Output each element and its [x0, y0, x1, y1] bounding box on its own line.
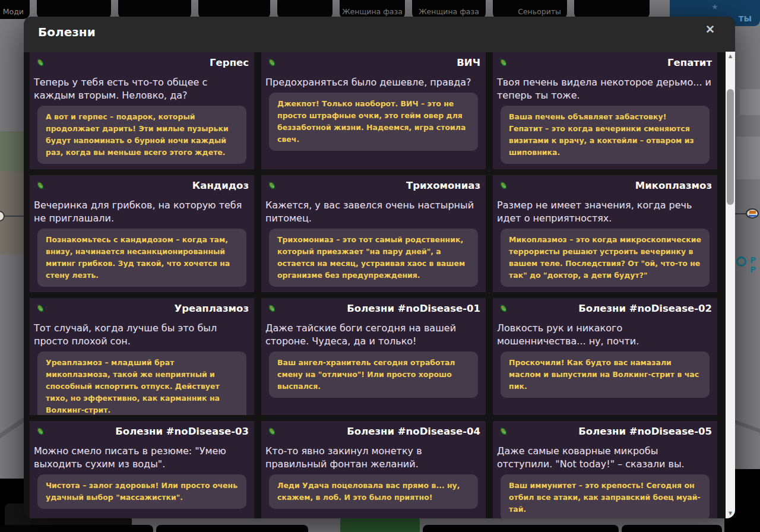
disease-title: Уреаплазмоз: [45, 303, 250, 314]
disease-quote: Уреаплазмоз – младший брат микоплазмоза,…: [37, 352, 246, 415]
disease-description: Теперь у тебя есть что-то общее с каждым…: [34, 76, 250, 102]
disease-card-herpes: Герпес Теперь у тебя есть что-то общее с…: [30, 52, 254, 169]
microbe-icon: [36, 426, 45, 436]
disease-quote: Ваш иммунитет – это крепость! Сегодня он…: [501, 474, 710, 518]
background-bottom-tab[interactable]: [156, 525, 308, 532]
disease-quote: Проскочили! Как будто вас намазали масло…: [501, 352, 710, 398]
diseases-modal: Болезни ✕ Герпес Теперь у тебя есть что-…: [24, 17, 735, 518]
background-tab[interactable]: Моди: [0, 0, 30, 19]
background-tab-label: Женщина фаза: [342, 7, 403, 16]
map-building: [736, 137, 760, 179]
disease-description: Твоя печень видела некоторое дерьмо... и…: [497, 76, 713, 102]
disease-description: Кто-то явно закинул монетку в правильный…: [265, 445, 482, 471]
brand-logo-icon: [736, 256, 746, 267]
disease-description: Тот случай, когда лучше бы это был прост…: [34, 322, 250, 348]
disease-title: ВИЧ: [277, 57, 482, 68]
map-park: [0, 131, 26, 172]
background-tab-label: Женщина фаза: [419, 7, 479, 16]
microbe-icon: [499, 303, 508, 314]
disease-card-candidiasis: Кандидоз Вечеринка для грибков, на котор…: [30, 175, 254, 292]
disease-quote: Леди Удача поцеловала вас прямо в... ну,…: [269, 474, 478, 509]
background-bottom-tab[interactable]: [0, 525, 153, 532]
disease-title: Болезни #noDisease-04: [277, 426, 482, 437]
microbe-icon: [499, 57, 508, 68]
microbe-icon: [499, 180, 508, 191]
disease-card-hepatitis: Гепатит Твоя печень видела некоторое дер…: [493, 52, 717, 169]
disease-quote: Джекпот! Только наоборот. ВИЧ – это не п…: [269, 93, 478, 151]
disease-description: Размер не имеет значения, когда речь иде…: [497, 199, 713, 225]
disease-title: Болезни #noDisease-03: [45, 426, 250, 437]
disease-card-ureaplasmosis: Уреаплазмоз Тот случай, когда лучше бы э…: [30, 298, 254, 415]
disease-description: Даже тайские боги сегодня на вашей сторо…: [265, 322, 482, 348]
scrollbar-thumb[interactable]: [727, 89, 734, 205]
disease-quote: А вот и герпес – подарок, который продол…: [37, 106, 246, 164]
disease-card-grid: Герпес Теперь у тебя есть что-то общее с…: [30, 52, 717, 518]
disease-description: Кажется, у вас завелся очень настырный п…: [265, 199, 482, 225]
disease-card-hiv: ВИЧ Предохраняться было дешевле, правда?…: [261, 52, 486, 169]
map-building: [740, 89, 760, 115]
disease-quote: Трихомониаз – это тот самый родственник,…: [269, 229, 478, 287]
modal-header: Болезни ✕: [24, 17, 735, 52]
brand-logo-letter: Р: [750, 255, 756, 265]
disease-description: Ловкость рук и никакого мошенничества...…: [497, 322, 713, 348]
disease-quote: Ваш ангел-хранитель сегодня отработал см…: [269, 352, 478, 398]
microbe-icon: [267, 57, 277, 68]
disease-title: Гепатит: [508, 57, 713, 68]
disease-description: Предохраняться было дешевле, правда?: [265, 76, 482, 89]
disease-card-nodisease-02: Болезни #noDisease-02 Ловкость рук и ник…: [493, 298, 717, 415]
disease-card-nodisease-01: Болезни #noDisease-01 Даже тайские боги …: [261, 298, 486, 415]
disease-quote: Чистота – залог здоровья! Или просто оче…: [37, 474, 246, 509]
disease-quote: Микоплазмоз – это когда микроскопические…: [501, 229, 710, 287]
brand-logo-letter: Р: [750, 265, 756, 274]
scroll-up-icon[interactable]: ▲: [726, 52, 735, 61]
disease-title: Болезни #noDisease-01: [277, 303, 482, 314]
disease-description: Даже самые коварные микробы отступили. "…: [497, 445, 713, 471]
green-action-button[interactable]: [340, 517, 420, 532]
disease-card-nodisease-05: Болезни #noDisease-05 Даже самые коварны…: [493, 421, 717, 518]
microbe-icon: [36, 180, 45, 191]
disease-card-nodisease-04: Болезни #noDisease-04 Кто-то явно закину…: [261, 421, 486, 518]
microbe-icon: [267, 426, 277, 436]
disease-title: Болезни #noDisease-05: [508, 426, 713, 437]
disease-quote: Познакомьтесь с кандидозом – когда там, …: [37, 229, 246, 287]
modal-scrollbar[interactable]: ▲ ▼: [726, 52, 735, 518]
blue-button-clipped-label: ты: [739, 13, 752, 24]
disease-card-nodisease-03: Болезни #noDisease-03 Можно смело писать…: [30, 421, 254, 518]
background-bottom-tab[interactable]: [622, 525, 722, 532]
disease-title: Болезни #noDisease-02: [508, 303, 713, 314]
background-bottom-tab[interactable]: [423, 525, 619, 532]
microbe-icon: [499, 426, 508, 436]
microbe-icon: [267, 180, 277, 191]
close-icon[interactable]: ✕: [702, 21, 718, 38]
microbe-icon: [36, 57, 45, 68]
modal-title: Болезни: [38, 25, 96, 39]
disease-description: Можно смело писать в резюме: "Умею выход…: [34, 445, 250, 471]
microbe-icon: [267, 303, 277, 314]
disease-title: Микоплазмоз: [508, 180, 713, 191]
disease-title: Трихомониаз: [277, 180, 482, 191]
disease-title: Герпес: [45, 57, 250, 68]
background-tab-label: Моди: [3, 7, 24, 16]
disease-description: Вечеринка для грибков, на которую тебя н…: [34, 199, 250, 225]
microbe-icon: [36, 303, 45, 314]
background-tab-label: Сеньориты: [518, 7, 561, 16]
transit-poi-icon: [746, 208, 759, 218]
disease-title: Кандидоз: [45, 180, 250, 191]
disease-card-mycoplasmosis: Микоплазмоз Размер не имеет значения, ко…: [493, 175, 717, 292]
disease-card-trichomoniasis: Трихомониаз Кажется, у вас завелся очень…: [261, 175, 486, 292]
star-icon: ★: [711, 2, 718, 11]
disease-quote: Ваша печень объявляет забастовку! Гепати…: [501, 106, 710, 164]
